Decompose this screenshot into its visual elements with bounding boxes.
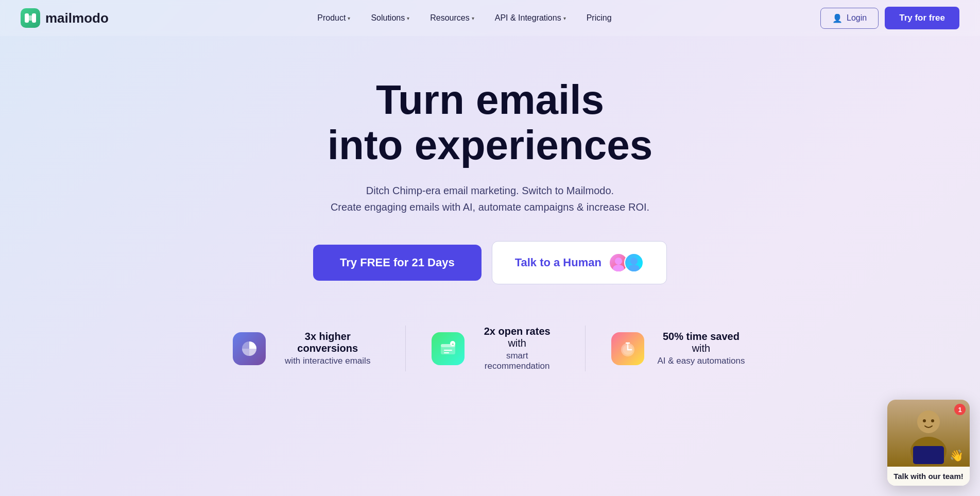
svg-rect-0 (25, 13, 29, 23)
chevron-down-icon: ▾ (407, 15, 409, 21)
nav-item-pricing[interactable]: Pricing (578, 9, 620, 27)
cta-primary-button[interactable]: Try FREE for 21 Days (313, 245, 482, 281)
hero-subtitle: Ditch Chimp-era email marketing. Switch … (331, 182, 649, 215)
stat-open-rates: + 2x open rates with smart recommendatio… (406, 326, 586, 371)
hero-buttons: Try FREE for 21 Days Talk to a Human (313, 241, 667, 284)
chat-label: Talk with our team! (887, 467, 970, 486)
login-button[interactable]: 👤 Login (820, 8, 879, 29)
svg-point-23 (931, 419, 934, 422)
avatar-group (609, 253, 644, 272)
nav-item-resources[interactable]: Resources ▾ (422, 9, 482, 27)
conversions-icon (233, 332, 266, 365)
hero-title: Turn emails into experiences (328, 77, 652, 168)
avatar (624, 253, 644, 272)
chevron-down-icon: ▾ (472, 15, 474, 21)
svg-point-4 (613, 265, 624, 271)
logo[interactable]: mailmodo (21, 8, 109, 28)
svg-rect-1 (32, 13, 36, 23)
wave-emoji: 👋 (950, 449, 964, 463)
svg-text:+: + (452, 342, 454, 347)
svg-point-6 (628, 265, 640, 271)
brand-name: mailmodo (45, 10, 109, 26)
chat-widget[interactable]: 1 👋 Talk with our team! (887, 400, 970, 486)
nav-item-api[interactable]: API & Integrations ▾ (487, 9, 574, 27)
svg-rect-24 (913, 446, 944, 464)
svg-point-5 (630, 258, 638, 265)
logo-icon (21, 8, 40, 28)
stat-time-saved: 50% time saved with AI & easy automation… (586, 326, 773, 371)
open-rates-icon: + (432, 332, 465, 365)
nav-item-product[interactable]: Product ▾ (309, 9, 358, 27)
notification-badge: 1 (954, 404, 966, 415)
nav-try-free-button[interactable]: Try for free (885, 7, 959, 29)
svg-rect-2 (28, 15, 32, 21)
stat-time-saved-text: 50% time saved with AI & easy automation… (655, 331, 747, 366)
stat-open-rates-text: 2x open rates with smart recommendation (475, 326, 559, 371)
svg-point-3 (615, 258, 622, 265)
cta-secondary-button[interactable]: Talk to a Human (492, 241, 667, 284)
time-saved-icon (611, 332, 644, 365)
user-icon: 👤 (832, 13, 843, 23)
nav-links: Product ▾ Solutions ▾ Resources ▾ API & … (309, 9, 620, 27)
chevron-down-icon: ▾ (348, 15, 350, 21)
hero-section: Turn emails into experiences Ditch Chimp… (0, 36, 980, 402)
chat-video-thumbnail: 1 👋 (887, 400, 970, 467)
svg-point-22 (923, 419, 926, 422)
nav-item-solutions[interactable]: Solutions ▾ (363, 9, 418, 27)
stats-row: 3x higher conversions with interactive e… (207, 326, 773, 371)
stat-conversions: 3x higher conversions with interactive e… (207, 326, 406, 371)
chevron-down-icon: ▾ (563, 15, 566, 21)
nav-actions: 👤 Login Try for free (820, 7, 959, 29)
svg-point-20 (917, 411, 940, 433)
navbar: mailmodo Product ▾ Solutions ▾ Resources… (0, 0, 980, 36)
stat-conversions-text: 3x higher conversions with interactive e… (276, 331, 380, 366)
